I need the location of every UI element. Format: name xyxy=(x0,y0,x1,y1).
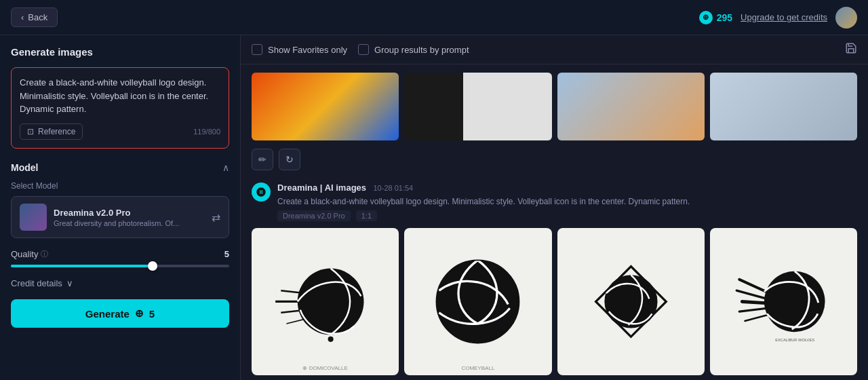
credits-badge: ⊕ 295 xyxy=(699,11,732,24)
model-section-header: Model ∧ xyxy=(11,162,229,173)
avatar xyxy=(835,7,857,28)
sidebar-title: Generate images xyxy=(11,46,229,58)
session-icon xyxy=(252,183,271,202)
model-collapse-icon[interactable]: ∧ xyxy=(222,162,229,173)
ratio-tag: 1:1 xyxy=(356,210,377,221)
prompt-text: Create a black-and-white volleyball logo… xyxy=(20,76,220,117)
generated-image-1[interactable]: ⊕ DOMICOVALLE xyxy=(252,228,399,375)
session-meta: Dreamina | AI images 10-28 01:54 Create … xyxy=(277,181,857,221)
credit-details-chevron-icon: ∨ xyxy=(66,278,73,288)
reference-button[interactable]: ⊡ Reference xyxy=(20,124,83,140)
session-header: Dreamina | AI images 10-28 01:54 Create … xyxy=(252,181,857,221)
upgrade-button[interactable]: Upgrade to get credits xyxy=(741,12,827,22)
reference-label: Reference xyxy=(38,127,75,136)
svg-point-4 xyxy=(298,269,364,335)
session-time: 10-28 01:54 xyxy=(374,184,414,192)
session-prompt: Create a black-and-white volleyball logo… xyxy=(277,196,857,208)
session-tags: Dreamina v2.0 Pro 1:1 xyxy=(277,210,857,221)
generate-button[interactable]: Generate ⊕ 5 xyxy=(11,299,229,328)
images-area: ✏ ↻ Dreamina | AI images 10-28 01:54 Cre… xyxy=(241,64,868,380)
quality-value: 5 xyxy=(224,249,229,259)
char-count: 119/800 xyxy=(193,128,220,136)
group-label: Group results by prompt xyxy=(374,45,469,55)
main-content: Generate images Create a black-and-white… xyxy=(0,35,868,380)
strip-image-4 xyxy=(710,73,857,140)
topbar: ‹ Back ⊕ 295 Upgrade to get credits xyxy=(0,0,868,35)
prompt-box[interactable]: Create a black-and-white volleyball logo… xyxy=(11,67,229,149)
generate-label: Generate xyxy=(85,308,130,320)
select-model-label: Select Model xyxy=(11,181,229,191)
favorites-filter[interactable]: Show Favorites only xyxy=(252,44,347,55)
prompt-footer: ⊡ Reference 119/800 xyxy=(20,124,220,140)
model-card[interactable]: Dreamina v2.0 Pro Great diversity and ph… xyxy=(11,196,229,238)
strip-image-2 xyxy=(404,73,551,140)
generated-images-grid: ⊕ DOMICOVALLE xyxy=(252,228,857,375)
refresh-button-top[interactable]: ↻ xyxy=(279,149,300,170)
session-title-row: Dreamina | AI images 10-28 01:54 xyxy=(277,181,857,193)
strip-image-1 xyxy=(252,73,399,140)
credits-count: 295 xyxy=(717,12,732,23)
model-tag: Dreamina v2.0 Pro xyxy=(277,210,351,221)
svg-text:EXCALIBUR WOLVES: EXCALIBUR WOLVES xyxy=(775,338,814,342)
group-filter[interactable]: Group results by prompt xyxy=(358,44,469,55)
edit-icon-top: ✏ xyxy=(258,154,267,165)
volleyball-visual-2 xyxy=(404,228,551,375)
model-info: Dreamina v2.0 Pro Great diversity and ph… xyxy=(54,208,205,227)
reference-icon: ⊡ xyxy=(27,127,34,136)
slider-thumb xyxy=(148,261,157,271)
slider-track xyxy=(11,265,229,267)
refresh-icon-top: ↻ xyxy=(285,154,294,165)
volleyball-visual-1 xyxy=(252,228,399,375)
back-arrow-icon: ‹ xyxy=(21,12,24,22)
top-image-strip xyxy=(252,73,857,140)
credits-icon: ⊕ xyxy=(699,11,713,24)
sidebar: Generate images Create a black-and-white… xyxy=(0,35,241,380)
generated-image-2[interactable]: COMEYBALL xyxy=(404,228,551,375)
back-button[interactable]: ‹ Back xyxy=(11,7,58,27)
strip-image-3 xyxy=(557,73,705,140)
session-title: Dreamina | AI images xyxy=(277,183,366,193)
svg-point-10 xyxy=(764,271,825,332)
save-icon-button[interactable] xyxy=(845,42,857,57)
back-label: Back xyxy=(28,12,47,22)
filter-bar: Show Favorites only Group results by pro… xyxy=(241,35,868,64)
right-panel: Show Favorites only Group results by pro… xyxy=(241,35,868,380)
group-checkbox[interactable] xyxy=(358,44,369,55)
quality-row: Quality ⓘ 5 xyxy=(11,249,229,259)
image-1-watermark: ⊕ DOMICOVALLE xyxy=(302,365,347,371)
model-description: Great diversity and photorealism. Of... xyxy=(54,219,205,227)
quality-slider[interactable] xyxy=(11,265,229,267)
favorites-checkbox[interactable] xyxy=(252,44,262,55)
volleyball-visual-3 xyxy=(557,228,705,375)
generate-credits-value: 5 xyxy=(149,308,155,320)
quality-label: Quality ⓘ xyxy=(11,249,48,259)
generated-image-4[interactable]: EXCALIBUR WOLVES xyxy=(710,228,857,375)
svg-point-5 xyxy=(328,337,334,342)
credit-details-label: Credit details xyxy=(11,278,62,288)
credit-details[interactable]: Credit details ∨ xyxy=(11,278,229,288)
model-settings-icon[interactable]: ⇄ xyxy=(212,211,220,224)
slider-fill xyxy=(11,265,153,267)
edit-button-top[interactable]: ✏ xyxy=(252,149,273,170)
generate-credits-icon: ⊕ xyxy=(135,307,144,320)
quality-info-icon: ⓘ xyxy=(41,249,48,259)
volleyball-visual-4: EXCALIBUR WOLVES xyxy=(710,228,857,375)
top-action-bar: ✏ ↻ xyxy=(252,149,857,170)
model-name: Dreamina v2.0 Pro xyxy=(54,208,205,218)
model-section-title: Model xyxy=(11,162,38,173)
svg-point-9 xyxy=(604,275,657,328)
favorites-label: Show Favorites only xyxy=(268,45,347,55)
generated-image-3[interactable] xyxy=(557,228,705,375)
topbar-right: ⊕ 295 Upgrade to get credits xyxy=(699,7,857,28)
image-2-watermark: COMEYBALL xyxy=(461,365,494,371)
model-thumbnail xyxy=(20,204,47,231)
